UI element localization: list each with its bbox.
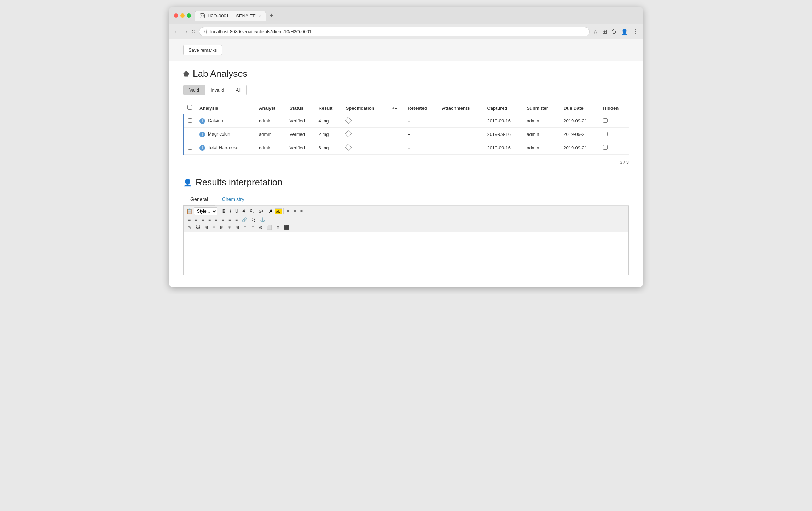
tab-chemistry[interactable]: Chemistry <box>215 194 251 206</box>
analysis-name: Magnesium <box>208 131 232 137</box>
retested-cell: – <box>404 114 439 128</box>
align-right-button[interactable]: ≡ <box>298 208 304 214</box>
tab-favicon: ⬡ <box>200 13 205 18</box>
new-tab-button[interactable]: + <box>267 12 276 19</box>
remove-link-button[interactable]: ⛓ <box>250 217 257 223</box>
hidden-cell <box>599 128 629 141</box>
nav-bar: ← → ↻ ⓘ localhost:8080/senaite/clients/c… <box>169 24 643 39</box>
due-date-column-header: Due Date <box>560 102 599 114</box>
reload-button[interactable]: ↻ <box>191 28 196 35</box>
superscript-button[interactable]: X2 <box>257 208 265 215</box>
row-checkbox[interactable] <box>188 145 192 150</box>
insert-special-char-button[interactable]: ⊛ <box>257 224 264 231</box>
increase-indent-button[interactable]: ≡ <box>207 217 213 223</box>
hidden-checkbox[interactable] <box>603 118 608 123</box>
bookmark-icon[interactable]: ☆ <box>593 28 598 35</box>
menu-icon[interactable]: ⋮ <box>632 28 638 35</box>
text-color-button[interactable]: A <box>268 208 274 214</box>
delete-table-row-button[interactable]: ✝ <box>242 224 249 231</box>
underline-button[interactable]: U <box>233 208 240 214</box>
editor-source-icon: 📋 <box>186 208 192 214</box>
table-row-after-button[interactable]: ⊞ <box>218 224 225 231</box>
subscript-button[interactable]: X2 <box>248 208 256 215</box>
decrease-indent-button[interactable]: ≡ <box>200 217 206 223</box>
table-row-before-button[interactable]: ⊞ <box>210 224 218 231</box>
unordered-list-button[interactable]: ≡ <box>186 217 192 223</box>
forward-button[interactable]: → <box>182 29 188 35</box>
justify-left-button[interactable]: ≡ <box>213 217 219 223</box>
table-row: i Magnesium admin Verified 2 mg – 2019-0… <box>184 128 629 141</box>
align-left-button[interactable]: ≡ <box>285 208 291 214</box>
delete-table-col-button[interactable]: ✝ <box>249 224 256 231</box>
pm-cell <box>388 128 404 141</box>
close-window-button[interactable] <box>174 13 178 18</box>
insert-link-button[interactable]: 🔗 <box>240 217 249 223</box>
table-col-after-button[interactable]: ⊞ <box>234 224 241 231</box>
insert-image-button[interactable]: 🖼 <box>194 224 202 231</box>
hidden-checkbox[interactable] <box>603 145 608 150</box>
table-row: i Total Hardness admin Verified 6 mg – 2… <box>184 141 629 155</box>
results-interpretation-header: 👤 Results interpretation <box>183 177 629 188</box>
submitter-cell: admin <box>523 141 560 155</box>
toolbar-row-2: ≡ ≡ ≡ ≡ ≡ ≡ ≡ ≡ 🔗 ⛓ ⚓ <box>186 217 626 223</box>
address-bar[interactable]: ⓘ localhost:8080/senaite/clients/client-… <box>199 27 590 36</box>
style-select[interactable]: Style... <box>194 207 218 215</box>
italic-button[interactable]: I <box>228 208 233 214</box>
specification-column-header: Specification <box>342 102 388 114</box>
browser-window: ⬡ H2O-0001 — SENAITE × + ← → ↻ ⓘ localho… <box>169 7 643 287</box>
browser-tab[interactable]: ⬡ H2O-0001 — SENAITE × <box>195 11 266 21</box>
tab-bar: ⬡ H2O-0001 — SENAITE × + <box>195 11 638 21</box>
align-center-button[interactable]: ≡ <box>292 208 298 214</box>
anchor-button[interactable]: ⚓ <box>258 217 267 223</box>
filter-tab-invalid[interactable]: Invalid <box>205 85 230 95</box>
highlight-button[interactable]: ab <box>275 208 282 214</box>
extension-icon-2[interactable]: ⏱ <box>611 29 617 35</box>
toolbar-separator <box>219 208 219 214</box>
info-icon[interactable]: i <box>199 132 205 137</box>
analysis-cell: i Total Hardness <box>196 141 255 155</box>
insert-table-button[interactable]: ⊞ <box>203 224 210 231</box>
table-col-before-button[interactable]: ⊞ <box>226 224 233 231</box>
select-all-checkbox[interactable] <box>187 105 192 110</box>
analyst-cell: admin <box>255 128 286 141</box>
save-remarks-button[interactable]: Save remarks <box>183 45 222 55</box>
text-color-label: A <box>269 209 273 214</box>
row-checkbox[interactable] <box>188 132 192 136</box>
maximize-window-button[interactable] <box>187 13 191 18</box>
toolbar-separator-2 <box>267 208 267 214</box>
analyses-table: Analysis Analyst Status Result Specifica… <box>183 102 629 155</box>
maximize-editor-button[interactable]: ⬛ <box>282 224 291 231</box>
lab-analyses-title: Lab Analyses <box>193 68 248 79</box>
minimize-window-button[interactable] <box>180 13 185 18</box>
attachments-column-header: Attachments <box>439 102 484 114</box>
editor-container: 📋 Style... B I U X X2 X2 <box>183 206 629 275</box>
insert-horizontal-rule-button[interactable]: ⬜ <box>265 224 274 231</box>
specification-diamond-icon <box>345 144 352 151</box>
justify-center-button[interactable]: ≡ <box>220 217 226 223</box>
lab-analyses-icon: ⬟ <box>183 70 189 78</box>
info-icon[interactable]: i <box>199 118 205 124</box>
bold-button[interactable]: B <box>221 208 227 214</box>
tab-close-button[interactable]: × <box>259 14 261 18</box>
row-checkbox[interactable] <box>188 118 192 123</box>
submitter-cell: admin <box>523 128 560 141</box>
justify-full-button[interactable]: ≡ <box>233 217 239 223</box>
back-button[interactable]: ← <box>174 29 180 35</box>
tab-general[interactable]: General <box>183 194 215 206</box>
info-icon[interactable]: i <box>199 145 205 151</box>
editor-body[interactable] <box>184 232 628 275</box>
profile-icon[interactable]: 👤 <box>621 28 628 35</box>
specification-cell <box>342 141 388 155</box>
hidden-column-header: Hidden <box>599 102 629 114</box>
remove-format-button[interactable]: ✕ <box>274 224 282 231</box>
justify-right-button[interactable]: ≡ <box>227 217 233 223</box>
filter-tab-valid[interactable]: Valid <box>183 85 205 95</box>
hidden-checkbox[interactable] <box>603 132 608 136</box>
filter-tab-all[interactable]: All <box>230 85 247 95</box>
extension-icon-1[interactable]: ⊞ <box>602 28 607 35</box>
pm-cell <box>388 114 404 128</box>
analyst-column-header: Analyst <box>255 102 286 114</box>
ordered-list-button[interactable]: ≡ <box>193 217 199 223</box>
edit-source-button[interactable]: ✎ <box>186 224 193 231</box>
strikethrough-button[interactable]: X <box>241 208 247 214</box>
